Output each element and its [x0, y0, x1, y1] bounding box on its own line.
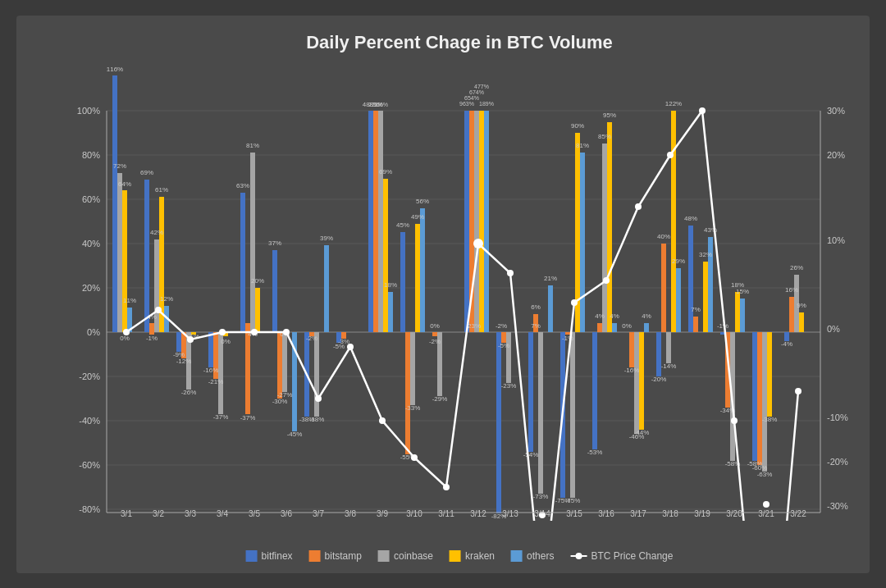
svg-rect-157 [496, 332, 501, 513]
svg-text:81%: 81% [576, 142, 589, 149]
svg-text:10%: 10% [827, 235, 845, 245]
svg-text:-12%: -12% [176, 358, 192, 365]
line-dot [443, 484, 450, 490]
line-dot [763, 501, 770, 508]
svg-text:72%: 72% [113, 162, 126, 170]
svg-rect-197 [644, 323, 649, 332]
svg-rect-120 [373, 111, 378, 332]
svg-text:3/21: 3/21 [758, 509, 774, 518]
svg-text:3/9: 3/9 [377, 509, 388, 518]
svg-text:11%: 11% [123, 297, 136, 304]
svg-rect-149 [479, 111, 484, 332]
svg-rect-185 [602, 144, 607, 332]
svg-text:-1%: -1% [717, 322, 728, 330]
svg-text:-26%: -26% [181, 389, 197, 396]
line-dot [603, 277, 610, 284]
svg-text:116%: 116% [107, 66, 123, 73]
chart-title: Daily Percent Chage in BTC Volume [66, 32, 853, 53]
svg-text:7%: 7% [691, 306, 701, 313]
svg-text:3/15: 3/15 [566, 509, 582, 518]
svg-text:12%: 12% [160, 295, 173, 303]
svg-rect-60 [144, 180, 149, 332]
svg-text:-38%: -38% [309, 416, 325, 423]
svg-text:4%: 4% [610, 312, 619, 320]
svg-rect-72 [176, 332, 181, 352]
svg-text:-80%: -80% [79, 504, 100, 514]
svg-text:166%: 166% [373, 102, 388, 107]
svg-text:-60%: -60% [79, 460, 100, 470]
svg-text:0%: 0% [622, 322, 632, 330]
svg-rect-123 [388, 292, 393, 332]
svg-text:-3%: -3% [338, 338, 349, 345]
svg-text:-54%: -54% [523, 451, 539, 458]
svg-text:85%: 85% [598, 133, 611, 140]
legend-swatch-bitfinex [246, 550, 258, 562]
legend-others: others [511, 550, 554, 562]
line-dot [347, 344, 354, 350]
svg-text:-82%: -82% [491, 513, 507, 520]
svg-text:3/11: 3/11 [438, 509, 454, 518]
svg-text:45%: 45% [396, 221, 409, 229]
line-dot [667, 152, 674, 158]
svg-rect-177 [580, 153, 585, 332]
svg-text:3/4: 3/4 [217, 509, 228, 518]
svg-rect-90 [250, 153, 255, 332]
svg-text:3/3: 3/3 [185, 509, 196, 518]
svg-text:-10%: -10% [827, 413, 848, 422]
svg-text:37%: 37% [268, 239, 281, 247]
svg-text:-75%: -75% [565, 497, 581, 504]
legend-swatch-kraken [450, 550, 461, 562]
svg-rect-215 [703, 262, 708, 332]
bar-group-12: 963% 654% 674% 477% 189% 23% [459, 84, 494, 332]
svg-text:3/18: 3/18 [662, 509, 678, 518]
svg-rect-224 [735, 292, 740, 332]
svg-text:-33%: -33% [405, 404, 421, 412]
svg-text:30%: 30% [827, 106, 845, 116]
svg-rect-110 [324, 245, 329, 332]
svg-text:3/17: 3/17 [630, 509, 646, 518]
chart-area: 100% 80% 60% 40% 20% 0% -20% -40% -60% -… [66, 62, 853, 521]
svg-rect-121 [378, 111, 383, 332]
line-dot [315, 395, 322, 402]
line-dot [507, 270, 514, 276]
svg-text:100%: 100% [77, 106, 100, 116]
svg-rect-204 [661, 244, 666, 332]
svg-text:49%: 49% [411, 213, 424, 221]
line-dot [699, 107, 706, 114]
svg-text:3/20: 3/20 [726, 509, 742, 518]
svg-text:3/10: 3/10 [406, 509, 422, 518]
svg-text:20%: 20% [827, 150, 845, 160]
svg-rect-194 [629, 332, 634, 367]
legend-bitfinex: bitfinex [246, 550, 293, 562]
svg-text:39%: 39% [320, 235, 333, 242]
line-dot [635, 203, 642, 210]
svg-rect-186 [607, 122, 612, 332]
svg-text:3/16: 3/16 [598, 509, 614, 518]
svg-text:-2%: -2% [429, 338, 441, 345]
svg-rect-240 [789, 297, 794, 332]
svg-text:-20%: -20% [827, 457, 848, 467]
line-dot [283, 329, 290, 335]
svg-rect-61 [149, 323, 154, 332]
svg-text:-1%: -1% [146, 335, 158, 342]
svg-rect-167 [548, 285, 553, 332]
svg-text:0%: 0% [221, 338, 231, 345]
main-svg: 100% 80% 60% 40% 20% 0% -20% -40% -60% -… [66, 62, 853, 521]
svg-rect-159 [506, 332, 511, 383]
svg-rect-98 [272, 250, 277, 332]
svg-text:61%: 61% [155, 186, 168, 194]
svg-rect-166 [538, 332, 543, 494]
svg-text:4%: 4% [642, 312, 651, 320]
line-dot [473, 239, 483, 248]
svg-text:3/12: 3/12 [470, 509, 486, 518]
svg-text:26%: 26% [790, 264, 803, 271]
legend-label-coinbase: coinbase [394, 550, 433, 562]
svg-text:69%: 69% [379, 168, 392, 175]
svg-text:-21%: -21% [208, 378, 224, 385]
line-dot [571, 299, 578, 306]
svg-text:64%: 64% [118, 180, 131, 188]
svg-text:-73%: -73% [533, 493, 549, 500]
svg-rect-99 [277, 332, 282, 399]
svg-rect-51 [112, 75, 117, 332]
svg-text:80%: 80% [82, 150, 100, 160]
